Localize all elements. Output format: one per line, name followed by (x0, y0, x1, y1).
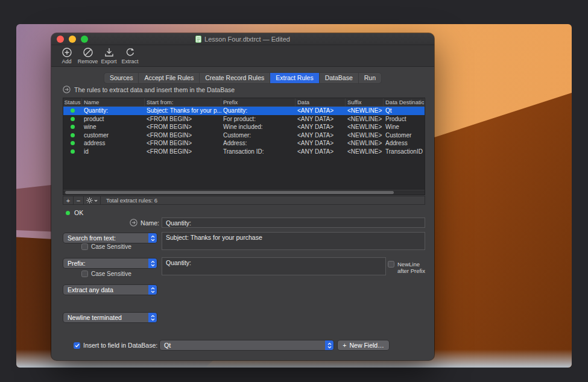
table-header: Status Name Start from: Prefix Data Suff… (63, 98, 425, 107)
tab-sources[interactable]: Sources (104, 73, 139, 83)
zoom-button[interactable] (81, 36, 88, 43)
cell-data: <ANY DATA> (296, 116, 346, 122)
export-icon (103, 46, 115, 58)
status-cell (63, 108, 82, 113)
add-button[interactable]: Add (56, 46, 77, 64)
start-from-popup-value: Search from text: (63, 234, 148, 242)
table-row[interactable]: wine <FROM BEGIN> Wine included: <ANY DA… (63, 123, 425, 131)
status-ok-icon (71, 149, 75, 154)
cell-start: <FROM BEGIN> (145, 132, 221, 139)
database-field-popup[interactable]: Qt (160, 340, 334, 350)
tab-database[interactable]: DataBase (320, 73, 359, 83)
cell-prefix: Wine included: (221, 124, 296, 130)
remove-button[interactable]: Remove (77, 46, 98, 64)
table-row[interactable]: product <FROM BEGIN> For product: <ANY D… (63, 115, 425, 124)
new-field-button[interactable]: + New Field… (338, 340, 389, 350)
status-cell (63, 141, 82, 145)
titlebar[interactable]: Lesson Four.dtxtrct — Edited (51, 33, 434, 45)
close-button[interactable] (57, 36, 64, 43)
column-header-data-destination[interactable]: Data Destination (384, 98, 425, 106)
extract-button[interactable]: Extract (119, 46, 141, 64)
extract-data-popup[interactable]: Extract any data (63, 285, 157, 295)
minimize-button[interactable] (69, 36, 76, 43)
column-header-status[interactable]: Status (63, 98, 82, 106)
cell-prefix: Address: (221, 140, 296, 146)
prefix-case-sensitive-row: Case Sensitive (81, 271, 131, 277)
cell-name: wine (82, 124, 145, 130)
cell-destination: Customer (384, 132, 425, 139)
cell-start: <FROM BEGIN> (145, 148, 221, 155)
horizontal-scrollbar[interactable] (63, 190, 425, 195)
name-field[interactable]: Quantity: (162, 218, 425, 228)
insert-to-field-checkbox[interactable] (74, 342, 80, 349)
suffix-popup[interactable]: Newline terminated (63, 313, 157, 322)
search-text-field[interactable]: Subject: Thanks for your purchase (162, 232, 425, 250)
insert-to-field-label: Insert to field in DataBase: (83, 342, 157, 349)
scrollbar-thumb[interactable] (65, 191, 394, 194)
table-row[interactable]: customer <FROM BEGIN> Customer: <ANY DAT… (63, 131, 425, 140)
table-row[interactable]: Quantity: Subject: Thanks for your p... … (63, 107, 425, 115)
cell-destination: TransactionID (384, 148, 425, 155)
app-window: Lesson Four.dtxtrct — Edited Add Remove … (51, 33, 434, 360)
cell-start: <FROM BEGIN> (145, 116, 221, 122)
cell-start: Subject: Thanks for your p... (145, 107, 221, 114)
rules-table: Status Name Start from: Prefix Data Suff… (63, 98, 425, 195)
tab-extract-rules[interactable]: Extract Rules (270, 73, 319, 83)
cell-suffix: <NEWLINE> (346, 132, 384, 139)
status-ok-icon (71, 141, 75, 145)
export-button-label: Export (101, 58, 116, 64)
status-ok-icon (71, 133, 75, 137)
prefix-text-field[interactable]: Quantity: (162, 257, 386, 275)
arrow-circle-icon (63, 86, 71, 93)
cell-suffix: <NEWLINE> (346, 148, 384, 155)
remove-button-label: Remove (78, 58, 98, 64)
table-row[interactable]: id <FROM BEGIN> Transaction ID: <ANY DAT… (63, 148, 425, 156)
table-row[interactable]: address <FROM BEGIN> Address: <ANY DATA>… (63, 139, 425, 148)
cell-destination: Product (384, 116, 425, 122)
extract-data-popup-value: Extract any data (63, 286, 148, 293)
tab-create-record-rules[interactable]: Create Record Rules (200, 73, 270, 83)
popup-stepper-icon (148, 258, 157, 268)
footer-action-menu-button[interactable] (84, 196, 101, 204)
window-title: Lesson Four.dtxtrct — Edited (195, 36, 290, 43)
insert-to-field-row: Insert to field in DataBase: (74, 342, 157, 349)
status-ok-icon (71, 108, 75, 113)
cell-destination: Wine (384, 124, 425, 130)
rule-status-row: OK (66, 209, 83, 216)
footer-remove-button[interactable]: − (74, 196, 84, 204)
column-header-name[interactable]: Name (82, 98, 145, 106)
newline-after-prefix-checkbox[interactable] (388, 261, 394, 268)
cell-name: id (82, 148, 145, 155)
cell-data: <ANY DATA> (296, 132, 346, 139)
newline-after-prefix-row: NewLine after Prefix (388, 261, 428, 274)
gear-icon (86, 197, 93, 204)
name-label: Name: (141, 219, 159, 227)
search-case-sensitive-checkbox[interactable] (81, 243, 88, 250)
cell-name: Quantity: (82, 107, 145, 114)
status-ok-icon (66, 211, 70, 215)
name-row: Name: (63, 219, 159, 227)
export-button[interactable]: Export (98, 46, 119, 64)
column-header-data[interactable]: Data (296, 98, 346, 106)
status-cell (63, 133, 82, 137)
start-from-popup[interactable]: Search from text: (63, 233, 157, 243)
column-header-start-from[interactable]: Start from: (145, 98, 221, 106)
cell-data: <ANY DATA> (296, 107, 346, 114)
footer-add-button[interactable]: + (63, 196, 74, 204)
search-case-sensitive-row: Case Sensitive (81, 243, 131, 250)
tab-run[interactable]: Run (359, 73, 381, 83)
chevron-down-icon (94, 199, 98, 202)
column-header-suffix[interactable]: Suffix (346, 98, 384, 106)
description-text: The rules to extract data and insert the… (74, 86, 235, 93)
tab-accept-file-rules[interactable]: Accept File Rules (139, 73, 200, 83)
table-empty-area (63, 155, 425, 190)
total-rules-label: Total extract rules: 6 (101, 197, 157, 204)
search-case-sensitive-label: Case Sensitive (91, 243, 131, 250)
newline-after-prefix-label: NewLine after Prefix (397, 261, 428, 274)
table-footer-bar: + − Total extract rules: 6 (63, 196, 425, 205)
prefix-popup[interactable]: Prefix: (63, 258, 157, 268)
add-button-label: Add (62, 58, 71, 64)
prefix-case-sensitive-checkbox[interactable] (81, 271, 88, 277)
column-header-prefix[interactable]: Prefix (221, 98, 296, 106)
cell-prefix: Transaction ID: (221, 148, 296, 155)
